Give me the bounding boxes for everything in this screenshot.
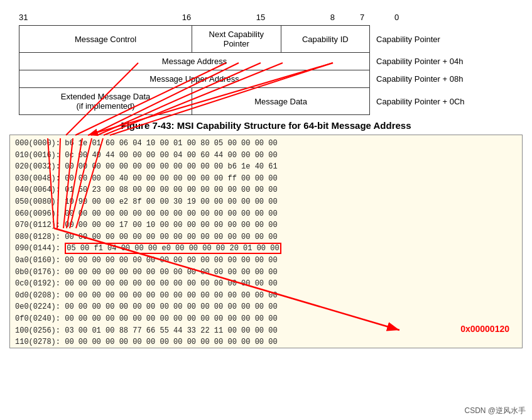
hex-line-0: 000(0000): b6 1e 01 60 06 04 10 00 01 00… <box>15 138 517 150</box>
next-capability-pointer-cell: Next CapabilityPointer <box>192 26 281 53</box>
highlight-box: 05 00 f1 04 00 00 00 e0 00 00 00 00 20 0… <box>65 243 281 254</box>
hex-line-8: 080(0128): 00 00 00 00 00 00 00 00 00 00… <box>15 231 517 243</box>
message-address-cell: Message Address <box>19 53 370 70</box>
bit-7: 7 <box>360 13 364 22</box>
table-row-2: Message Address Capability Pointer + 04h <box>19 53 513 70</box>
table-row-1: Message Control Next CapabilityPointer C… <box>19 26 513 53</box>
hex-line-2: 020(0032): 00 00 00 00 00 00 00 00 00 00… <box>15 161 517 173</box>
capability-id-cell: Capability ID <box>281 26 369 53</box>
table-row-4: Extended Message Data(if implemented) Me… <box>19 88 513 115</box>
row2-right-label: Capability Pointer + 04h <box>370 53 513 70</box>
hex-line-6: 060(0096): 00 00 00 00 00 00 00 00 00 00… <box>15 208 517 220</box>
row4-right-label: Capability Pointer + 0Ch <box>370 88 513 115</box>
hex-line-10: 0a0(0160): 00 00 00 00 00 00 00 00 00 00… <box>15 255 517 267</box>
hex-line-1: 010(0016): 0c 00 40 44 00 00 00 00 04 00… <box>15 150 517 162</box>
hex-line-13: 0d0(0208): 00 00 00 00 00 00 00 00 00 00… <box>15 290 517 302</box>
table-section: 31 16 15 8 7 0 Message Control Next Capa… <box>19 13 513 115</box>
hex-line-9-highlighted: 090(0144): 05 00 f1 04 00 00 00 e0 00 00… <box>15 243 517 255</box>
table-row-3: Message Upper Address Capability Pointer… <box>19 70 513 88</box>
bit-labels: 31 16 15 8 7 0 <box>19 13 513 24</box>
bit-8: 8 <box>330 13 335 22</box>
hex-line-3: 030(0048): 00 00 00 00 40 00 00 00 00 00… <box>15 173 517 185</box>
hex-line-11: 0b0(0176): 00 00 00 00 00 00 00 00 00 00… <box>15 267 517 279</box>
hex-line-14: 0e0(0224): 00 00 00 00 00 00 00 00 00 00… <box>15 301 517 313</box>
bit-31: 31 <box>19 13 28 22</box>
hex-line-16: 100(0256): 03 00 01 00 88 77 66 55 44 33… <box>15 325 517 337</box>
hex-line-12: 0c0(0192): 00 00 00 00 00 00 00 00 00 00… <box>15 278 517 290</box>
hex-section: 000(0000): b6 1e 01 60 06 04 10 00 01 00… <box>9 135 523 348</box>
capability-table: Message Control Next CapabilityPointer C… <box>19 25 513 115</box>
message-data-cell: Message Data <box>192 88 370 115</box>
watermark: CSDN @逆风水手 <box>464 406 526 416</box>
bit-0: 0 <box>394 13 399 22</box>
hex-line-17: 110(0278): 00 00 00 00 00 00 00 00 00 00… <box>15 336 517 348</box>
row1-right-label: Capability Pointer <box>370 26 513 53</box>
row3-right-label: Capability Pointer + 08h <box>370 70 513 88</box>
hex-line-15: 0f0(0240): 00 00 00 00 00 00 00 00 00 00… <box>15 313 517 325</box>
extended-message-data-cell: Extended Message Data(if implemented) <box>19 88 192 115</box>
message-upper-address-cell: Message Upper Address <box>19 70 370 88</box>
message-control-cell: Message Control <box>19 26 192 53</box>
hex-line-7: 070(0112): 00 00 00 00 17 00 10 00 00 00… <box>15 219 517 231</box>
figure-caption: Figure 7-43: MSI Capability Structure fo… <box>6 120 526 131</box>
hex-line-4: 040(0064): 01 50 23 00 08 00 00 00 00 00… <box>15 184 517 196</box>
main-container: 31 16 15 8 7 0 Message Control Next Capa… <box>0 0 532 420</box>
bit-16: 16 <box>182 13 191 22</box>
hex-line-5: 050(0080): 10 90 00 00 e2 8f 00 00 30 19… <box>15 196 517 208</box>
bit-15: 15 <box>256 13 265 22</box>
red-value-label: 0x00000120 <box>460 323 509 336</box>
